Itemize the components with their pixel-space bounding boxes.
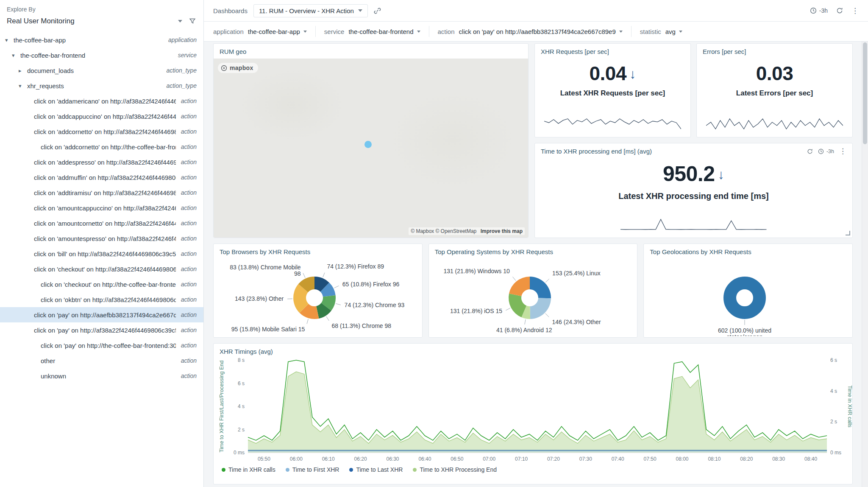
tree-item[interactable]: click on 'okbtn' on http://af38a22f4246f… [0, 292, 203, 307]
filter-action[interactable]: actionclick on 'pay' on http://aaefbb382… [438, 26, 632, 37]
geo-data-point[interactable] [364, 141, 372, 148]
panel-title: Top Geolocations by XHR Requests [644, 244, 852, 257]
time-to-xhr-sparkline[interactable] [620, 218, 767, 231]
tree-item[interactable]: click on 'bill' on http://af38a22f4246f4… [0, 246, 203, 261]
scrollbar[interactable] [862, 42, 868, 487]
legend-item[interactable]: Time to First XHR [286, 466, 339, 473]
svg-text:07:40: 07:40 [612, 456, 624, 462]
filter-application[interactable]: applicationthe-coffee-bar-app [213, 26, 316, 37]
rum-geo-map[interactable]: mapbox © Mapbox © OpenStreetMap Improve … [214, 59, 528, 238]
tree-item[interactable]: otheraction [0, 353, 203, 368]
svg-text:2 s: 2 s [830, 419, 837, 425]
time-to-xhr-label: Latest XHR processing end time [ms] [618, 191, 769, 201]
kebab-icon[interactable]: ⋮ [851, 7, 859, 14]
svg-text:06:00: 06:00 [290, 456, 303, 462]
errors-label: Latest Errors [per sec] [736, 89, 813, 98]
os-donut-chart[interactable]: 153 (25.4%) Linux146 (24.3%) Other41 (6.… [429, 257, 637, 337]
tree-item[interactable]: click on 'addamericano' on http://af38a2… [0, 93, 203, 109]
svg-text:2 s: 2 s [238, 427, 245, 433]
tree-item-label: document_loads [27, 67, 161, 74]
panel-title: Errors [per sec] [697, 44, 852, 57]
resize-handle[interactable] [846, 231, 850, 235]
legend-item[interactable]: Time in XHR calls [222, 466, 275, 473]
refresh-icon[interactable] [836, 7, 843, 14]
tree-item-label: click on 'addcappuccino' on http://af38a… [34, 113, 176, 120]
tree-item-label: click on 'addcornetto' on http://the-cof… [41, 143, 176, 151]
refresh-icon[interactable] [807, 148, 813, 154]
tree-item-label: click on 'pay' on http://af38a22f4246f44… [34, 327, 176, 334]
map-land-shape [390, 91, 516, 189]
tree-item[interactable]: ▾the-coffee-bar-frontendservice [0, 48, 203, 63]
tree-item[interactable]: click on 'amountcornetto' on http://af38… [0, 216, 203, 231]
panel-time-range[interactable]: -3h [818, 148, 834, 154]
tree-item[interactable]: click on 'amountespresso' on http://af38… [0, 231, 203, 246]
tree-item-type: action [181, 327, 197, 333]
kebab-icon[interactable]: ⋮ [839, 148, 846, 155]
tree-item[interactable]: click on 'addtiramisu' on http://af38a22… [0, 185, 203, 200]
tree-item[interactable]: click on 'pay' on http://af38a22f4246f44… [0, 322, 203, 338]
tree-item[interactable]: ▾the-coffee-bar-appapplication [0, 32, 203, 48]
legend-dot-icon [222, 468, 225, 472]
xhr-timings-chart[interactable]: 05:5006:0006:1006:2006:3006:4006:5007:00… [217, 357, 849, 465]
geo-donut-chart[interactable]: 602 (100.0%) unitedstates/oregon [644, 257, 852, 337]
tree-item[interactable]: click on 'pay' on http://aaefbb382137f49… [0, 307, 203, 322]
link-icon[interactable] [374, 7, 381, 14]
tree-item-type: action [181, 189, 197, 196]
explore-group-select[interactable]: Real User Monitoring [7, 17, 196, 25]
time-range-picker[interactable]: -3h [810, 7, 828, 14]
panel-time-range-value: -3h [826, 148, 834, 154]
dashboard-content: RUM geo mapbox © Mapbox © OpenStreet [204, 42, 868, 487]
tree-item[interactable]: click on 'amountcappuccino' on http://af… [0, 200, 203, 216]
browsers-donut-chart[interactable]: 74 (12.3%) Firefox 8965 (10.8%) Firefox … [214, 257, 422, 337]
breadcrumb[interactable]: Dashboards [213, 7, 248, 14]
filter-funnel-icon[interactable] [189, 18, 196, 25]
svg-text:6 s: 6 s [238, 381, 245, 386]
arrow-down-icon: ↓ [718, 167, 725, 182]
clock-icon [810, 7, 817, 14]
scrollbar-thumb[interactable] [863, 42, 867, 144]
mapbox-logo[interactable]: mapbox [218, 63, 258, 73]
chevron-down-icon[interactable]: ▾ [12, 52, 20, 59]
panel-title: XHR Timings (avg) [214, 344, 852, 357]
legend-dot-icon [286, 468, 289, 472]
tree-item-label: click on 'pay' on http://the-coffee-bar-… [41, 342, 176, 349]
errors-sparkline[interactable] [706, 118, 843, 130]
tree-item[interactable]: click on 'checkout' on http://af38a22f42… [0, 261, 203, 277]
tree-item[interactable]: click on 'addcornetto' on http://the-cof… [0, 139, 203, 154]
map-attribution: © Mapbox © OpenStreetMap Improve this ma… [409, 227, 525, 235]
time-range-value: -3h [819, 7, 828, 14]
filter-service[interactable]: servicethe-coffee-bar-frontend [324, 26, 429, 37]
tree-item[interactable]: ▾xhr_requestsaction_type [0, 78, 203, 93]
filter-statistic[interactable]: statisticavg [640, 26, 691, 37]
tree-item[interactable]: click on 'addcornetto' on http://af38a22… [0, 124, 203, 139]
tree-item[interactable]: click on 'pay' on http://the-coffee-bar-… [0, 338, 203, 353]
svg-text:06:30: 06:30 [386, 456, 399, 462]
legend-item[interactable]: Time to Last XHR [349, 466, 403, 473]
chevron-down-icon[interactable]: ▾ [19, 83, 27, 89]
tree-item[interactable]: click on 'addmuffin' on http://af38a22f4… [0, 170, 203, 185]
tree-item[interactable]: unknownaction [0, 368, 203, 383]
chevron-right-icon[interactable]: ▸ [19, 67, 27, 74]
tree-item[interactable]: click on 'addespresso' on http://af38a22… [0, 154, 203, 170]
tree-item[interactable]: ▸document_loadsaction_type [0, 63, 203, 78]
filter-label: statistic [640, 28, 661, 35]
svg-text:08:00: 08:00 [676, 456, 688, 462]
tree-item-type: action_type [166, 67, 197, 74]
panel-top-os: Top Operating Systems by XHR Requests 15… [428, 244, 638, 338]
dashboard-selector[interactable]: 11. RUM - Overview - XHR Action [253, 4, 368, 17]
legend-item[interactable]: Time to XHR Processing End [413, 466, 497, 473]
legend-label: Time to Last XHR [356, 466, 403, 473]
panel-rum-geo: RUM geo mapbox © Mapbox © OpenStreet [213, 43, 529, 238]
chevron-down-icon[interactable] [178, 20, 182, 22]
mapbox-logo-icon [221, 65, 227, 71]
arrow-down-icon: ↓ [629, 67, 636, 82]
tree-item-type: action [181, 113, 197, 120]
tree-item[interactable]: click on 'checkout' on http://the-coffee… [0, 277, 203, 292]
tree-item-label: other [41, 357, 176, 364]
time-to-xhr-value: 950.2 [663, 162, 715, 186]
tree-item[interactable]: click on 'addcappuccino' on http://af38a… [0, 109, 203, 124]
chevron-down-icon[interactable]: ▾ [5, 37, 14, 43]
improve-map-link[interactable]: Improve this map [481, 228, 523, 234]
filter-value: click on 'pay' on http://aaefbb382137f49… [459, 28, 616, 35]
xhr-requests-sparkline[interactable] [544, 118, 681, 130]
